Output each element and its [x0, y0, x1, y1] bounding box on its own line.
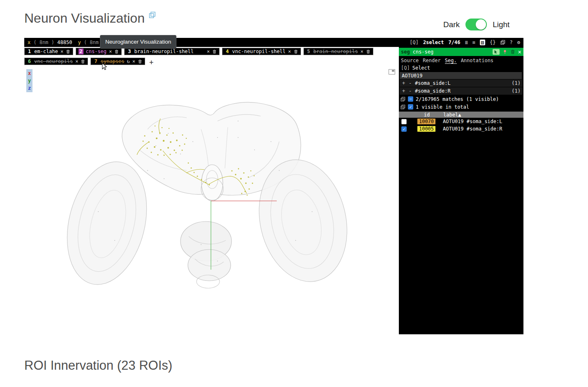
- tooltip: Neuroglancer Visualization: [100, 35, 176, 49]
- layer-tab-synapses[interactable]: 7 synapses ↻ ×: [90, 58, 145, 65]
- tag-name: #soma_side:R: [415, 88, 509, 94]
- picture-in-picture-icon[interactable]: [389, 69, 395, 75]
- trash-icon[interactable]: [212, 49, 217, 54]
- neuroglancer-viewport[interactable]: x y z: [24, 47, 397, 334]
- matches-row: − 2/167965 matches (1 visible): [399, 95, 523, 103]
- axis-x-label: x: [28, 70, 31, 77]
- tag-count: (1): [512, 88, 521, 94]
- close-icon[interactable]: ×: [109, 49, 112, 54]
- layer-type-badge: seg: [401, 49, 410, 55]
- theme-toggle: Dark Light: [443, 19, 509, 30]
- neuroglancer-viewer: x ( 8nm ) 48850 y ( 8nm ) [Q] 2select 7/…: [24, 38, 523, 334]
- visible-row: ✓ 1 visible in total: [399, 103, 523, 111]
- tab-render[interactable]: Render: [423, 58, 440, 63]
- roi-innervation-heading: ROI Innervation (23 ROIs): [24, 358, 172, 373]
- tag-include-button[interactable]: +: [402, 80, 405, 86]
- brain-mesh-render: [24, 47, 397, 334]
- select-shortcut-hint: [Q]: [401, 65, 410, 71]
- trash-icon[interactable]: [81, 59, 85, 64]
- layer-list-icon[interactable]: ≡: [472, 40, 475, 45]
- mouse-cursor: [101, 63, 108, 70]
- layer-tab-em-clahe[interactable]: 1 em-clahe ×: [24, 48, 73, 55]
- pick-cursor-icon[interactable]: [493, 49, 500, 55]
- layer-tabs-row-1: 1 em-clahe × 2 cns-seg × 3 brain-neuropi…: [24, 48, 373, 55]
- theme-light-label: Light: [493, 20, 509, 29]
- tab-annotations[interactable]: Annotations: [461, 58, 493, 63]
- tag-exclude-button[interactable]: -: [408, 80, 412, 86]
- selection-fraction: 7/46: [448, 40, 460, 45]
- segment-row-10005[interactable]: ✓ 10005 AOTU019 #soma_side:R: [399, 125, 523, 133]
- trash-icon[interactable]: [294, 49, 298, 54]
- trash-icon[interactable]: [114, 49, 119, 54]
- segment-label: AOTU019 #soma_side:L: [443, 119, 502, 124]
- matches-text: 2/167965 matches (1 visible): [416, 96, 499, 102]
- position-dimensions[interactable]: x ( 8nm ) 48850 y ( 8nm ): [28, 40, 104, 45]
- topbar-tools: [Q] 2select 7/46 ≣ ≡ ▤ {} ? ⚙: [410, 40, 520, 45]
- select-shortcut-hint: [Q]: [410, 40, 419, 45]
- tab-source[interactable]: Source: [401, 58, 419, 63]
- column-id[interactable]: id: [418, 112, 436, 118]
- segment-table-header: id label▲: [399, 112, 523, 118]
- layer-panel-header[interactable]: seg cns-seg ×: [399, 48, 523, 56]
- copy-ids-icon[interactable]: [400, 97, 405, 102]
- select-mode-label[interactable]: 2select: [423, 40, 444, 45]
- tag-count: (1): [512, 80, 521, 86]
- segment-label: AOTU019 #soma_side:R: [443, 126, 502, 132]
- layer-tab-vnc-neuropils[interactable]: 6 vnc-neuropils ×: [24, 58, 88, 65]
- visible-checkbox[interactable]: ✓: [408, 104, 413, 110]
- tag-exclude-button[interactable]: -: [408, 88, 412, 94]
- segment-id-chip[interactable]: 10005: [417, 126, 435, 132]
- theme-switch[interactable]: [465, 19, 487, 30]
- visible-text: 1 visible in total: [416, 104, 469, 110]
- close-icon[interactable]: ×: [288, 49, 291, 54]
- close-icon[interactable]: ×: [132, 58, 135, 64]
- segmentation-side-panel: seg cns-seg × Source Render Seg. Annotat…: [399, 47, 523, 334]
- settings-gear-icon[interactable]: ⚙: [517, 40, 520, 45]
- sort-asc-icon: ▲: [458, 112, 461, 118]
- tag-include-button[interactable]: +: [402, 88, 405, 94]
- side-panel-icon[interactable]: ▤: [480, 40, 485, 45]
- tab-seg[interactable]: Seg.: [445, 58, 457, 64]
- axis-z-label: z: [28, 85, 31, 91]
- copy-link-icon[interactable]: [149, 12, 156, 19]
- close-icon[interactable]: ×: [75, 58, 78, 64]
- layer-tab-brain-neuropil-shell[interactable]: 3 brain-neuropil-shell ×: [124, 48, 220, 55]
- segment-row-10070[interactable]: 10070 AOTU019 #soma_side:L: [399, 118, 523, 125]
- layer-tab-cns-seg[interactable]: 2 cns-seg ×: [76, 48, 122, 55]
- page-title: Neuron Visualization: [24, 11, 156, 26]
- page-title-text: Neuron Visualization: [24, 11, 145, 26]
- tag-row-soma-side-r[interactable]: + - #soma_side:R (1): [400, 87, 523, 95]
- column-label[interactable]: label▲: [443, 112, 461, 118]
- segment-search-input[interactable]: [400, 72, 522, 79]
- trash-icon[interactable]: [66, 49, 70, 54]
- select-label: Select: [412, 65, 430, 71]
- help-icon[interactable]: ?: [510, 40, 513, 45]
- layer-tab-brain-neuropils[interactable]: 5 brain-neuropils ×: [303, 48, 373, 55]
- segment-visibility-checkbox[interactable]: ✓: [401, 126, 407, 132]
- tag-name: #soma_side:L: [415, 80, 509, 86]
- close-icon[interactable]: ×: [60, 49, 63, 54]
- dimension-x[interactable]: x ( 8nm ) 48850: [28, 40, 72, 45]
- layer-stack-icon[interactable]: ≣: [465, 40, 468, 45]
- trash-icon[interactable]: [138, 59, 142, 64]
- refresh-icon[interactable]: ↻: [127, 58, 130, 64]
- add-layer-button[interactable]: +: [148, 58, 155, 66]
- matches-checkbox[interactable]: −: [408, 96, 413, 102]
- close-icon[interactable]: ×: [360, 49, 363, 54]
- close-panel-icon[interactable]: ×: [518, 49, 521, 55]
- segment-id-chip[interactable]: 10070: [417, 119, 435, 124]
- select-row: [Q] Select: [399, 64, 523, 72]
- layer-tab-vnc-neuropil-shell[interactable]: 4 vnc-neuropil-shell ×: [222, 48, 301, 55]
- duplicate-view-icon[interactable]: [500, 40, 505, 45]
- trash-icon[interactable]: [366, 49, 370, 54]
- pin-panel-icon[interactable]: [502, 49, 507, 54]
- theme-switch-knob[interactable]: [476, 19, 486, 30]
- copy-visible-ids-icon[interactable]: [400, 105, 405, 110]
- axis-y-label: y: [28, 77, 31, 84]
- close-icon[interactable]: ×: [207, 49, 210, 54]
- tag-row-soma-side-l[interactable]: + - #soma_side:L (1): [400, 79, 523, 87]
- segment-visibility-checkbox[interactable]: [401, 119, 407, 124]
- trash-icon[interactable]: [510, 49, 515, 54]
- position-bar: x ( 8nm ) 48850 y ( 8nm ) [Q] 2select 7/…: [24, 38, 523, 47]
- json-state-icon[interactable]: {}: [490, 40, 495, 45]
